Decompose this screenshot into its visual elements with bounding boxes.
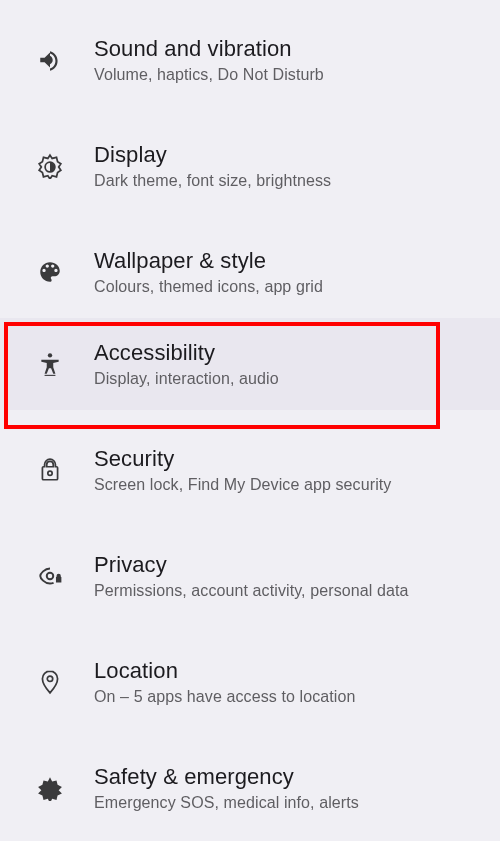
item-title: Location	[94, 658, 482, 684]
item-title: Security	[94, 446, 482, 472]
settings-item-safety[interactable]: Safety & emergency Emergency SOS, medica…	[0, 742, 500, 834]
medical-icon	[28, 775, 72, 801]
item-subtitle: Colours, themed icons, app grid	[94, 278, 482, 296]
brightness-icon	[28, 153, 72, 179]
settings-list: Sound and vibration Volume, haptics, Do …	[0, 0, 500, 834]
volume-icon	[28, 47, 72, 73]
lock-icon	[28, 457, 72, 483]
settings-item-display[interactable]: Display Dark theme, font size, brightnes…	[0, 120, 500, 212]
palette-icon	[28, 259, 72, 285]
settings-item-security[interactable]: Security Screen lock, Find My Device app…	[0, 424, 500, 516]
item-title: Accessibility	[94, 340, 482, 366]
item-subtitle: Emergency SOS, medical info, alerts	[94, 794, 482, 812]
settings-item-location[interactable]: Location On – 5 apps have access to loca…	[0, 636, 500, 728]
svg-point-1	[48, 353, 52, 357]
item-subtitle: Permissions, account activity, personal …	[94, 582, 482, 600]
settings-item-privacy[interactable]: Privacy Permissions, account activity, p…	[0, 530, 500, 622]
svg-rect-2	[45, 375, 56, 376]
svg-point-3	[47, 573, 54, 580]
privacy-icon	[28, 563, 72, 589]
item-title: Safety & emergency	[94, 764, 482, 790]
item-subtitle: Screen lock, Find My Device app security	[94, 476, 482, 494]
settings-item-accessibility[interactable]: Accessibility Display, interaction, audi…	[0, 318, 500, 410]
item-title: Wallpaper & style	[94, 248, 482, 274]
accessibility-icon	[28, 351, 72, 377]
item-subtitle: Volume, haptics, Do Not Disturb	[94, 66, 482, 84]
item-title: Sound and vibration	[94, 36, 482, 62]
item-subtitle: Display, interaction, audio	[94, 370, 482, 388]
item-subtitle: Dark theme, font size, brightness	[94, 172, 482, 190]
location-icon	[28, 669, 72, 695]
item-title: Display	[94, 142, 482, 168]
item-subtitle: On – 5 apps have access to location	[94, 688, 482, 706]
settings-item-wallpaper[interactable]: Wallpaper & style Colours, themed icons,…	[0, 226, 500, 318]
settings-item-sound[interactable]: Sound and vibration Volume, haptics, Do …	[0, 14, 500, 106]
item-title: Privacy	[94, 552, 482, 578]
